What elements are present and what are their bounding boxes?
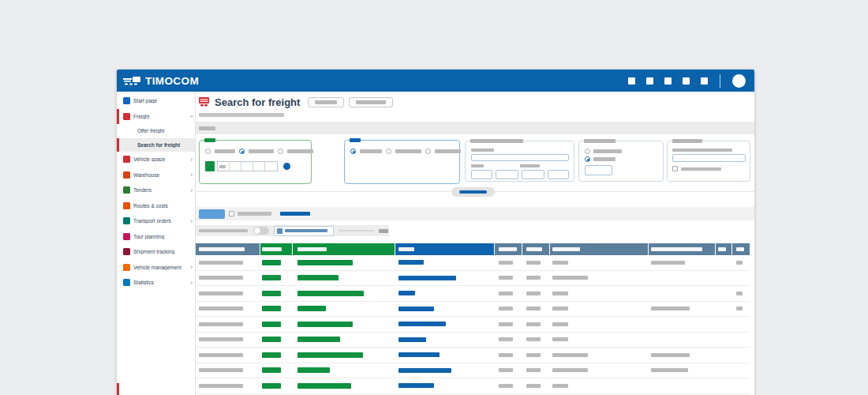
keyword-input[interactable] [672, 154, 746, 162]
table-row[interactable] [196, 286, 750, 302]
cell-placeholder-bar [297, 367, 330, 373]
header-col-9[interactable] [716, 243, 731, 255]
sidebar-item-shipment-tracking[interactable]: Shipment tracking [117, 244, 195, 260]
header-app-icon-2[interactable] [646, 77, 653, 85]
radio-option-2[interactable] [386, 149, 391, 154]
segment-cell[interactable] [265, 162, 277, 171]
cell-placeholder-bar [736, 261, 743, 265]
cell-placeholder-bar [499, 384, 513, 388]
radio-option-1[interactable] [585, 149, 590, 154]
radio-option-2-selected[interactable] [239, 149, 245, 154]
placeholder-bar [315, 100, 337, 104]
filter-panel-vehicle [578, 141, 664, 182]
header-col-2[interactable] [260, 243, 292, 255]
sidebar-item-statistics[interactable]: Statistics› [117, 275, 195, 291]
date-range-input[interactable] [471, 154, 569, 161]
radio-label-placeholder [435, 149, 461, 153]
segment-cell[interactable] [230, 162, 241, 171]
cell-col-1 [196, 317, 260, 332]
cell-col-7 [550, 286, 648, 301]
cell-placeholder-bar [262, 383, 281, 389]
toggle-switch-off[interactable] [253, 227, 269, 235]
table-row[interactable] [196, 271, 750, 287]
fieldset-legend-placeholder [584, 139, 615, 143]
header-col-4[interactable] [395, 243, 494, 255]
toolbar-checkbox[interactable] [229, 211, 234, 216]
sidebar-item-routes-costs[interactable]: Routes & costs [117, 198, 195, 214]
cell-placeholder-bar [398, 276, 456, 280]
cell-placeholder-bar [499, 292, 513, 295]
user-avatar[interactable] [732, 74, 746, 88]
header-label-placeholder [552, 247, 580, 251]
table-row[interactable] [196, 333, 750, 348]
radio-option-2-selected[interactable] [585, 156, 590, 162]
map-pin-button[interactable] [283, 163, 290, 170]
table-row[interactable] [196, 363, 750, 379]
header-label-placeholder [199, 247, 245, 251]
cell-col-8 [649, 317, 715, 332]
radio-option-1[interactable] [205, 149, 211, 154]
cell-col-10 [732, 363, 750, 378]
cell-col-10 [732, 378, 750, 393]
collapse-filters-handle[interactable] [451, 187, 495, 197]
sidebar-item-tour-planning[interactable]: Tour planning [117, 229, 195, 245]
radio-option-3[interactable] [278, 149, 283, 154]
table-row[interactable] [196, 317, 750, 333]
cell-col-9 [716, 333, 731, 348]
table-row[interactable] [196, 378, 750, 394]
title-action-chip-1[interactable] [308, 97, 344, 107]
header-col-8[interactable] [649, 243, 715, 255]
table-row[interactable] [196, 255, 750, 271]
search-button[interactable] [199, 209, 225, 219]
sidebar-item-transport-orders[interactable]: Transport orders› [117, 213, 195, 229]
cell-placeholder-bar [398, 368, 451, 373]
cell-placeholder-bar [552, 322, 568, 326]
slider-track[interactable] [339, 230, 375, 231]
time-input-1[interactable] [471, 170, 492, 179]
sidebar-item-warehouse[interactable]: Warehouse› [117, 167, 195, 183]
sidebar-item-start-page[interactable]: Start page [117, 93, 195, 109]
chevron-right-icon: › [190, 156, 193, 164]
view-select-dropdown[interactable] [274, 226, 334, 236]
table-row[interactable] [196, 302, 750, 318]
cell-placeholder-bar [398, 337, 426, 342]
radio-option-3[interactable] [425, 149, 431, 154]
sidebar-item-tenders[interactable]: Tenders› [117, 182, 195, 198]
cell-col-9 [716, 348, 731, 363]
sidebar-item-vehicle-management[interactable]: Vehicle management› [117, 260, 195, 276]
option-checkbox[interactable] [672, 166, 678, 171]
cell-col-8 [649, 378, 715, 393]
sidebar-item-vehicle-space[interactable]: Vehicle space› [117, 152, 195, 167]
sidebar-item-offer-freight[interactable]: Offer freight [117, 124, 195, 138]
header-col-5[interactable] [495, 243, 522, 255]
cell-col-4 [395, 378, 494, 393]
sidebar-item-freight[interactable]: Freight› [117, 109, 195, 125]
header-app-icon-5[interactable] [701, 77, 708, 85]
header-app-icon-4[interactable] [683, 77, 690, 85]
segment-cell[interactable] [218, 162, 230, 171]
radio-option-1-selected[interactable] [350, 149, 356, 154]
table-row[interactable] [196, 348, 750, 363]
sidebar-item-search-for-freight[interactable]: Search for freight [117, 138, 195, 152]
header-col-3[interactable] [293, 243, 395, 255]
time-input-3[interactable] [522, 170, 544, 179]
app-window: TIMOCOM Start pageFreight›Offer freightS… [117, 70, 754, 395]
header-col-1[interactable] [196, 243, 260, 255]
time-input-2[interactable] [496, 170, 518, 179]
title-action-chip-2[interactable] [349, 97, 393, 107]
filter-panel-dates [465, 141, 574, 182]
segment-cell[interactable] [241, 162, 253, 171]
cell-placeholder-bar [499, 276, 513, 280]
sidebar-item-label: Tenders [133, 187, 187, 193]
header-col-7[interactable] [550, 243, 648, 255]
header-col-6[interactable] [522, 243, 549, 255]
small-input[interactable] [585, 165, 612, 175]
segment-cell[interactable] [253, 162, 265, 171]
toolbar-link-placeholder[interactable] [280, 212, 310, 216]
header-col-10[interactable] [732, 243, 750, 255]
timocom-logo[interactable]: TIMOCOM [123, 75, 199, 87]
header-app-icon-3[interactable] [664, 77, 672, 85]
header-app-icon-1[interactable] [628, 77, 635, 85]
time-input-4[interactable] [548, 170, 569, 179]
postcode-segment-input[interactable] [217, 161, 278, 171]
